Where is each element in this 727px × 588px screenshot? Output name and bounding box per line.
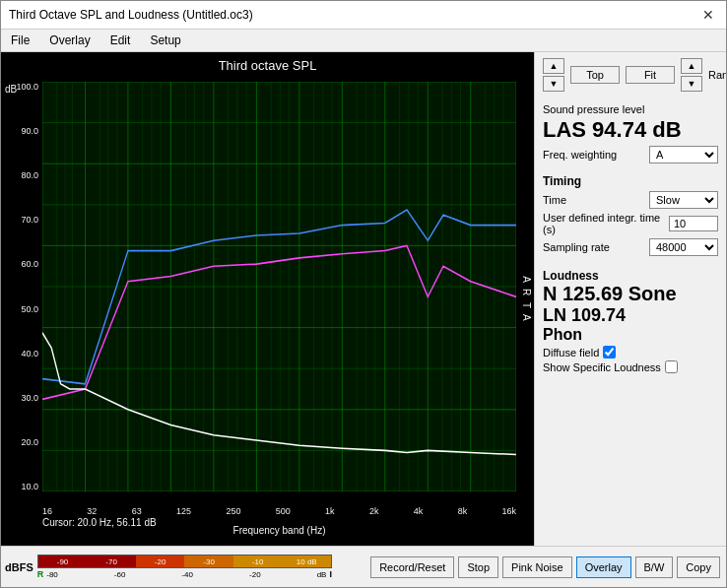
dbfs-r-label: R [37, 569, 44, 579]
range-label: Range [708, 69, 726, 81]
record-reset-button[interactable]: Record/Reset [370, 556, 454, 578]
fit-button[interactable]: Fit [626, 66, 675, 84]
window-title: Third Octave SPL and Loudness (Untitled.… [9, 8, 253, 22]
main-content: Third octave SPL dB A R T A [1, 52, 726, 546]
dbfs-cell-1: -90 [38, 555, 88, 567]
y-label-50: 50.0 [21, 304, 38, 314]
x-label-63: 63 [132, 506, 142, 516]
y-label-80: 80.0 [21, 170, 38, 180]
freq-weighting-select[interactable]: A B C D Z [649, 146, 718, 163]
y-axis: 100.0 90.0 80.0 70.0 60.0 50.0 40.0 30.0… [3, 82, 42, 491]
spl-section: Sound pressure level LAS 94.74 dB Freq. … [543, 103, 718, 166]
time-label: Time [543, 194, 566, 206]
stop-button[interactable]: Stop [458, 556, 498, 578]
bw-button[interactable]: B/W [635, 556, 674, 578]
loudness-phon-label: Phon [543, 326, 718, 344]
menu-edit[interactable]: Edit [104, 32, 137, 49]
menu-setup[interactable]: Setup [144, 32, 186, 49]
dbfs-marker-4: -20 [249, 570, 261, 579]
menu-bar: File Overlay Edit Setup [1, 30, 726, 52]
range-up-button[interactable]: ▲ [681, 58, 702, 74]
sampling-rate-row: Sampling rate 48000 44100 96000 [543, 238, 718, 256]
cursor-info: Cursor: 20.0 Hz, 56.11 dB [42, 517, 157, 528]
top-nav-group: ▲ ▼ [543, 58, 564, 92]
menu-file[interactable]: File [5, 32, 35, 49]
dbfs-cell-2: -70 [87, 555, 136, 567]
top-up-button[interactable]: ▲ [543, 58, 564, 74]
y-label-60: 60.0 [21, 259, 38, 269]
x-label-2k: 2k [369, 506, 379, 516]
diffuse-field-row: Diffuse field [543, 346, 718, 359]
dbfs-cell-3: -20 [136, 555, 185, 567]
dbfs-scale: -90 -70 -20 -30 -10 10 dB [37, 555, 332, 579]
x-label-16k: 16k [501, 506, 516, 516]
arta-label: A R T A [521, 276, 532, 323]
y-label-100: 100.0 [16, 82, 38, 92]
show-specific-label: Show Specific Loudness [543, 361, 661, 373]
pink-noise-button[interactable]: Pink Noise [502, 556, 572, 578]
top-button[interactable]: Top [570, 66, 620, 84]
y-label-20: 20.0 [21, 437, 38, 447]
dbfs-lower-row: R -80 -60 -40 -20 dB I [37, 568, 332, 579]
overlay-button[interactable]: Overlay [576, 556, 631, 578]
y-label-90: 90.0 [21, 126, 38, 136]
timing-section: Timing Time Slow Fast Impulse User defin… [543, 174, 718, 259]
action-buttons: Record/Reset Stop Pink Noise Overlay B/W… [336, 556, 726, 578]
title-bar: Third Octave SPL and Loudness (Untitled.… [1, 1, 726, 30]
dbfs-label: dBFS [5, 561, 33, 573]
show-specific-checkbox[interactable] [665, 360, 678, 373]
timing-label: Timing [543, 174, 718, 188]
dbfs-marker-5: dB [317, 570, 327, 579]
copy-button[interactable]: Copy [677, 556, 720, 578]
dbfs-marker-1: -80 [46, 570, 58, 579]
loudness-label: Loudness [543, 269, 718, 283]
sampling-rate-label: Sampling rate [543, 241, 610, 253]
bottom-bar: dBFS -90 -70 -20 -30 [1, 546, 726, 587]
dbfs-i-label: I [329, 569, 332, 579]
x-axis: 16 32 63 125 250 500 1k 2k 4k 8k 16k [42, 506, 516, 516]
user-defined-label: User defined integr. time (s) [543, 212, 669, 235]
user-defined-input[interactable] [669, 216, 718, 231]
x-label-500: 500 [276, 506, 291, 516]
dbfs-section: dBFS -90 -70 -20 -30 [1, 555, 336, 579]
show-specific-row: Show Specific Loudness [543, 360, 718, 373]
spl-section-label: Sound pressure level [543, 103, 718, 115]
diffuse-field-label: Diffuse field [543, 347, 599, 359]
loudness-section: Loudness N 125.69 Sone LN 109.74 Phon Di… [543, 269, 718, 375]
dbfs-cell-6: 10 dB [282, 555, 331, 567]
diffuse-field-checkbox[interactable] [603, 346, 616, 359]
chart-area: Third octave SPL dB A R T A [1, 52, 534, 546]
chart-svg [42, 82, 516, 491]
dbfs-cell-5: -10 [233, 555, 283, 567]
close-button[interactable]: ✕ [698, 5, 718, 25]
sampling-rate-select[interactable]: 48000 44100 96000 [649, 238, 718, 256]
loudness-n-value: N 125.69 Sone [543, 283, 718, 305]
y-label-10: 10.0 [21, 482, 38, 491]
top-down-button[interactable]: ▼ [543, 76, 564, 92]
range-nav-group: ▲ ▼ [681, 58, 702, 92]
spl-value: LAS 94.74 dB [543, 117, 718, 143]
right-panel: ▲ ▼ Top Fit ▲ ▼ Range Set Sound pressure… [534, 52, 726, 546]
x-label-16: 16 [42, 506, 52, 516]
range-down-button[interactable]: ▼ [681, 76, 702, 92]
x-label-1k: 1k [325, 506, 335, 516]
loudness-ln-value: LN 109.74 [543, 305, 718, 326]
y-label-30: 30.0 [21, 393, 38, 403]
menu-overlay[interactable]: Overlay [43, 32, 96, 49]
time-row: Time Slow Fast Impulse [543, 191, 718, 209]
y-label-70: 70.0 [21, 215, 38, 225]
user-defined-row: User defined integr. time (s) [543, 212, 718, 235]
dbfs-marker-3: -40 [181, 570, 193, 579]
chart-title: Third octave SPL [1, 58, 534, 73]
x-label-32: 32 [87, 506, 97, 516]
x-label-250: 250 [226, 506, 240, 516]
x-label-8k: 8k [458, 506, 468, 516]
dbfs-upper-row: -90 -70 -20 -30 -10 10 dB [37, 555, 332, 568]
x-label-125: 125 [176, 506, 191, 516]
main-window: Third Octave SPL and Loudness (Untitled.… [0, 0, 727, 588]
time-select[interactable]: Slow Fast Impulse [649, 191, 718, 209]
freq-weighting-row: Freq. weighting A B C D Z [543, 146, 718, 163]
y-label-40: 40.0 [21, 349, 38, 359]
freq-weighting-label: Freq. weighting [543, 149, 617, 161]
dbfs-cell-4: -30 [184, 555, 233, 567]
